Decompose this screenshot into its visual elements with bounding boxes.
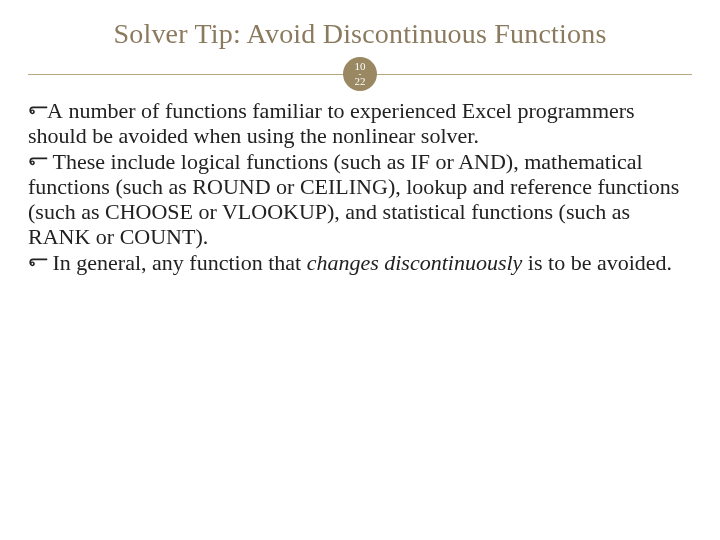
bullet-icon: ൳ — [28, 149, 47, 174]
bullet-item: ൳A number of functions familiar to exper… — [28, 98, 692, 149]
bullet-text-pre: In general, any function that — [47, 250, 307, 275]
bullet-icon: ൳ — [28, 250, 47, 275]
bullet-item: ൳ These include logical functions (such … — [28, 149, 692, 250]
bullet-text-post: is to be avoided. — [522, 250, 672, 275]
bullet-text: These include logical functions (such as… — [28, 149, 679, 250]
bullet-lead: A — [47, 98, 63, 123]
slide-content: ൳A number of functions familiar to exper… — [28, 98, 692, 275]
bullet-text-emphasis: changes discontinuously — [307, 250, 523, 275]
bullet-icon: ൳ — [28, 98, 47, 123]
bullet-text: number of functions familiar to experien… — [28, 98, 635, 148]
title-divider: 10 - 22 — [28, 56, 692, 92]
slide-title: Solver Tip: Avoid Discontinuous Function… — [28, 18, 692, 50]
bullet-item: ൳ In general, any function that changes … — [28, 250, 692, 275]
badge-bottom: 22 — [355, 76, 366, 87]
slide: Solver Tip: Avoid Discontinuous Function… — [0, 0, 720, 540]
page-badge: 10 - 22 — [343, 57, 377, 91]
